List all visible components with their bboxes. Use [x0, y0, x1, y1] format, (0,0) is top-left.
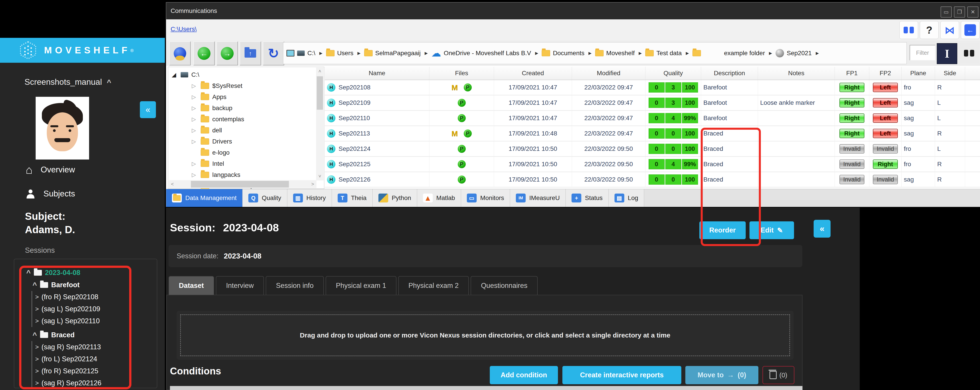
dropzone[interactable]: Drag and drop to upload one or more Vico… [180, 314, 790, 356]
breadcrumb-item-example-folder[interactable]: example folder ▶ [692, 50, 773, 57]
tab-quality[interactable]: QQuality [243, 189, 287, 207]
tree-folder[interactable]: ▷dell [168, 125, 324, 136]
tab-questionnaires[interactable]: Questionnaires [471, 276, 538, 295]
column-header[interactable]: Description [701, 67, 758, 80]
tab-session-info[interactable]: Session info [266, 276, 324, 295]
folder-up-button[interactable]: ↑ [240, 41, 261, 65]
search-button[interactable] [959, 43, 979, 63]
tab-dataset[interactable]: Dataset [169, 276, 214, 295]
back-button[interactable]: ← [193, 41, 215, 65]
description-cell[interactable]: Barefoot [701, 80, 758, 95]
description-cell[interactable]: Barefoot [701, 111, 758, 125]
notes-cell[interactable] [758, 141, 835, 156]
description-cell[interactable]: Barefoot [701, 95, 758, 110]
breadcrumb-label[interactable]: SelmaPapegaaij [375, 50, 421, 57]
fp1-button[interactable]: Right [840, 98, 864, 108]
tab-matlab[interactable]: ▲Matlab [417, 189, 461, 207]
plane-cell[interactable]: sag [902, 95, 935, 110]
compare-button[interactable]: ⋈ [940, 21, 959, 39]
expander-icon[interactable]: ▷ [192, 161, 197, 167]
refresh-button[interactable]: ↻ [263, 41, 284, 65]
breadcrumb-label[interactable]: Documents [553, 50, 584, 57]
table-row[interactable]: HSep202124 P 17/09/2021 10:50 22/03/2022… [325, 141, 980, 157]
import-button[interactable]: ← [961, 21, 980, 39]
move-to-button[interactable]: Move to → (0) [685, 366, 758, 384]
find-button[interactable] [899, 21, 918, 39]
breadcrumb-label[interactable]: C:\ [307, 50, 315, 57]
fp2-button[interactable]: Right [873, 160, 898, 169]
expander-icon[interactable]: ▷ [192, 138, 197, 144]
notes-cell[interactable] [758, 126, 835, 141]
column-header[interactable]: Side [935, 67, 965, 80]
table-row[interactable]: HSep202125 P 17/09/2021 10:50 22/03/2022… [325, 157, 980, 172]
panel-collapse-button[interactable]: « [814, 220, 830, 238]
restore-button[interactable]: ❐ [954, 6, 965, 17]
notes-cell[interactable] [758, 80, 835, 95]
tab-interview[interactable]: Interview [216, 276, 264, 295]
add-condition-button[interactable]: Add condition [490, 366, 558, 384]
folder-name[interactable]: Drivers [212, 138, 232, 145]
tree-folder[interactable]: e-logo [168, 147, 324, 158]
tree-folder[interactable]: ▷contemplas [168, 114, 324, 125]
table-row[interactable]: HSep202110 P 17/09/2021 10:47 22/03/2022… [325, 111, 980, 126]
notes-cell[interactable] [758, 157, 835, 171]
scroll-up-icon[interactable]: ˄ [316, 67, 324, 75]
tab-log[interactable]: ▤Log [609, 189, 644, 207]
column-header[interactable]: FP1 [835, 67, 869, 80]
scroll-left-icon[interactable]: ˂ [169, 180, 176, 188]
window-titlebar[interactable]: Communications ▭ ❐ ✕ [166, 2, 980, 19]
side-cell[interactable]: L [935, 111, 965, 125]
folder-name[interactable]: Apps [212, 94, 226, 101]
plane-cell[interactable]: fro [902, 141, 935, 156]
breadcrumb-label[interactable]: example folder [724, 50, 765, 57]
expander-icon[interactable]: ▷ [192, 94, 197, 100]
tree-folder[interactable]: ▷Apps [168, 92, 324, 103]
project-name[interactable]: Screenshots_manual [24, 78, 102, 87]
trial-name[interactable]: Sep202124 [339, 145, 371, 152]
tree-folder[interactable]: ▷$SysReset [168, 80, 324, 92]
tree-root-label[interactable]: C:\ [191, 71, 199, 78]
fp1-button[interactable]: Invalid [840, 144, 864, 154]
folder-name[interactable]: Intel [212, 160, 224, 167]
breadcrumb-label[interactable]: OneDrive - Moveshelf Labs B.V [444, 50, 531, 57]
trial-name[interactable]: Sep202110 [339, 114, 370, 122]
tab-history[interactable]: ▥History [287, 189, 332, 207]
expander-icon[interactable]: ▷ [192, 105, 197, 111]
close-button[interactable]: ✕ [967, 6, 978, 17]
expander-icon[interactable]: ▷ [192, 83, 197, 89]
sidebar-item-label[interactable]: Overview [41, 165, 75, 174]
fp2-button[interactable]: Left [873, 83, 898, 92]
breadcrumb-item-documents[interactable]: Documents ▶ [542, 50, 593, 57]
folder-name[interactable]: dell [212, 127, 222, 134]
fp1-button[interactable]: Right [840, 113, 864, 123]
side-cell[interactable]: L [935, 95, 965, 110]
address-link[interactable]: C:\Users\ [170, 25, 197, 33]
trial-name[interactable]: Sep202108 [339, 84, 371, 91]
fp2-button[interactable]: Left [873, 98, 898, 108]
notes-cell[interactable] [758, 111, 835, 125]
table-row[interactable]: HSep202108 MP 17/09/2021 10:47 22/03/202… [325, 80, 980, 95]
expander-icon[interactable]: ◢ [172, 71, 178, 78]
fp1-button[interactable]: Right [840, 129, 864, 138]
folder-name[interactable]: $SysReset [212, 82, 242, 89]
sidebar-collapse-button[interactable]: « [140, 101, 156, 118]
help-button[interactable]: ? [920, 21, 939, 39]
notes-cell[interactable] [758, 172, 835, 187]
breadcrumb-item-test-data[interactable]: Test data ▶ [645, 50, 690, 57]
tab-monitors[interactable]: ▭Monitors [461, 189, 510, 207]
breadcrumb-label[interactable]: Test data [656, 50, 682, 57]
tree-root-c-drive[interactable]: ◢ C:\ [168, 69, 324, 80]
breadcrumb-item-selmapapegaaij[interactable]: SelmaPapegaaij ▶ [364, 50, 429, 57]
plane-cell[interactable]: sag [902, 126, 935, 141]
tab-python[interactable]: Python [372, 189, 417, 207]
trial-name[interactable]: Sep202109 [339, 99, 371, 106]
column-header[interactable]: Modified [572, 67, 646, 80]
column-header[interactable]: Notes [758, 67, 835, 80]
fp1-button[interactable]: Right [840, 83, 864, 92]
trash-button[interactable]: (0) [762, 366, 794, 384]
subject-avatar[interactable] [36, 97, 89, 160]
tree-folder[interactable]: ▷Drivers [168, 136, 324, 147]
sidebar-item-label[interactable]: Subjects [43, 189, 75, 198]
breadcrumb-label[interactable]: Sep2021 [787, 50, 811, 57]
fp2-button[interactable]: Left [873, 129, 898, 138]
